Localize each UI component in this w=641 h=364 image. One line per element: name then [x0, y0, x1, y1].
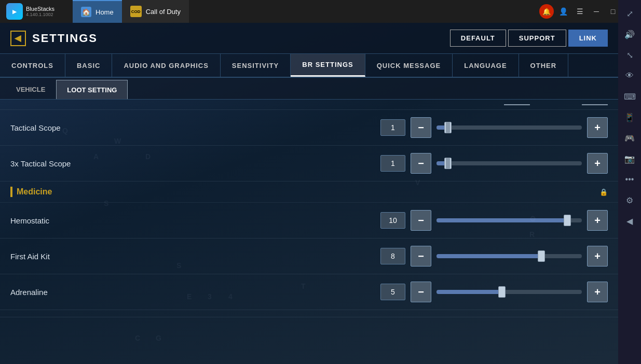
- adrenaline-controls: 5 − +: [380, 282, 608, 302]
- tab-other[interactable]: OTHER: [519, 54, 569, 77]
- tactical-scope-label: Tactical Scope: [10, 123, 166, 132]
- tactical-scope-row: Tactical Scope 1 − +: [0, 110, 618, 146]
- sidebar-back-icon[interactable]: ◀: [620, 212, 639, 230]
- sidebar-mobile-icon[interactable]: 📱: [620, 108, 639, 127]
- sidebar-sound-icon[interactable]: 🔊: [620, 25, 639, 44]
- hemostatic-minus[interactable]: −: [411, 210, 431, 231]
- first-aid-kit-minus[interactable]: −: [411, 246, 431, 267]
- tab-cod[interactable]: COD Call of Duty: [122, 0, 189, 23]
- medicine-section-title: Medicine: [17, 187, 52, 197]
- brand-text: BlueStacks 4.140.1.1002: [26, 6, 54, 17]
- tab-sensitivity[interactable]: SENSITIVITY: [221, 54, 291, 77]
- hemostatic-label: Hemostatic: [10, 216, 166, 225]
- tactical-scope-minus[interactable]: −: [411, 117, 431, 138]
- right-sidebar: ⤢ 🔊 ⤡ 👁 ⌨ 📱 🎮 📷 ••• ⚙ ◀: [618, 0, 641, 364]
- sidebar-camera-icon[interactable]: 📷: [620, 149, 639, 168]
- 3x-tactical-scope-plus[interactable]: +: [587, 153, 608, 174]
- menu-icon[interactable]: ☰: [572, 4, 587, 19]
- bluestacks-logo: ▶: [6, 3, 23, 20]
- first-aid-kit-slider[interactable]: [437, 254, 582, 258]
- adrenaline-value: 5: [380, 284, 405, 300]
- sidebar-more-icon[interactable]: •••: [620, 170, 639, 189]
- 3x-tactical-scope-row: 3x Tactical Scope 1 − +: [0, 146, 618, 181]
- 3x-tactical-scope-value: 1: [380, 155, 405, 172]
- hemostatic-plus[interactable]: +: [587, 210, 608, 231]
- first-aid-kit-label: First Aid Kit: [10, 252, 166, 261]
- sidebar-expand-icon[interactable]: ⤢: [620, 4, 639, 23]
- first-aid-kit-value: 8: [380, 248, 405, 264]
- section-bar: [10, 187, 12, 197]
- first-aid-kit-controls: 8 − +: [380, 246, 608, 267]
- settings-title-text: SETTINGS: [32, 32, 98, 45]
- tab-language[interactable]: LANGUAGE: [453, 54, 519, 77]
- tab-audio-graphics[interactable]: AUDIO AND GRAPHICS: [112, 54, 220, 77]
- link-button[interactable]: LINK: [568, 30, 608, 47]
- sidebar-fullscreen-icon[interactable]: ⤡: [620, 46, 639, 64]
- tab-basic[interactable]: BASIC: [65, 54, 112, 77]
- tactical-scope-controls: 1 − +: [380, 117, 608, 138]
- medicine-section-header: Medicine 🔒: [0, 181, 618, 203]
- adrenaline-slider[interactable]: [437, 290, 582, 294]
- home-icon: 🏠: [81, 7, 91, 17]
- adrenaline-plus[interactable]: +: [587, 282, 608, 302]
- adrenaline-minus[interactable]: −: [411, 282, 431, 302]
- tactical-scope-slider[interactable]: [437, 125, 582, 130]
- sub-tab-loot-setting[interactable]: LOOT SETTING: [56, 80, 128, 99]
- settings-header: ◀ SETTINGS DEFAULT SUPPORT LINK: [0, 23, 618, 54]
- title-bar: ▶ BlueStacks 4.140.1.1002 🏠 Home COD Cal…: [0, 0, 641, 23]
- support-button[interactable]: SUPPORT: [508, 30, 566, 47]
- sidebar-settings-icon[interactable]: ⚙: [620, 191, 639, 209]
- brand-name: BlueStacks: [26, 6, 54, 12]
- sub-tab-vehicle[interactable]: VEHICLE: [5, 80, 56, 99]
- tab-home[interactable]: 🏠 Home: [73, 0, 122, 23]
- minimize-button[interactable]: ─: [589, 4, 604, 19]
- 3x-tactical-scope-minus[interactable]: −: [411, 153, 431, 174]
- tab-quick-message[interactable]: QUICK MESSAGE: [365, 54, 453, 77]
- 3x-tactical-scope-label: 3x Tactical Scope: [10, 159, 166, 168]
- tab-cod-label: Call of Duty: [146, 8, 181, 16]
- tactical-scope-value: 1: [380, 119, 405, 136]
- hemostatic-row: Hemostatic 10 − +: [0, 203, 618, 239]
- sidebar-gamepad-icon[interactable]: 🎮: [620, 129, 639, 147]
- account-icon[interactable]: 👤: [556, 4, 570, 19]
- 3x-tactical-scope-controls: 1 − +: [380, 153, 608, 174]
- 3x-tactical-scope-slider[interactable]: [437, 161, 582, 165]
- tab-br-settings[interactable]: BR SETTINGS: [291, 54, 365, 77]
- first-aid-kit-plus[interactable]: +: [587, 246, 608, 267]
- brand-version: 4.140.1.1002: [26, 12, 54, 17]
- hemostatic-value: 10: [380, 212, 405, 229]
- adrenaline-label: Adrenaline: [10, 288, 166, 297]
- adrenaline-row: Adrenaline 5 − +: [0, 274, 618, 310]
- sidebar-keyboard-icon[interactable]: ⌨: [620, 87, 639, 106]
- medicine-lock-icon: 🔒: [599, 188, 608, 196]
- tactical-scope-plus[interactable]: +: [587, 117, 608, 138]
- tab-home-label: Home: [96, 8, 114, 16]
- sidebar-view-icon[interactable]: 👁: [620, 66, 639, 85]
- settings-body: Tactical Scope 1 − + 3x Tactical Scope 1…: [0, 100, 618, 364]
- hemostatic-slider[interactable]: [437, 218, 582, 222]
- brand-area: ▶ BlueStacks 4.140.1.1002: [0, 3, 73, 20]
- tab-controls[interactable]: CONTROLS: [0, 54, 65, 77]
- header-buttons: DEFAULT SUPPORT LINK: [450, 30, 608, 47]
- sub-tabs: VEHICLE LOOT SETTING: [0, 78, 618, 100]
- main-tabs: CONTROLS BASIC AUDIO AND GRAPHICS SENSIT…: [0, 54, 618, 78]
- main-content: ◀ SETTINGS DEFAULT SUPPORT LINK CONTROLS…: [0, 23, 618, 364]
- notification-bell[interactable]: 🔔: [539, 4, 554, 19]
- back-button[interactable]: ◀: [10, 31, 26, 46]
- settings-title-area: ◀ SETTINGS: [10, 31, 98, 46]
- hemostatic-controls: 10 − +: [380, 210, 608, 231]
- first-aid-kit-row: First Aid Kit 8 − +: [0, 239, 618, 274]
- default-button[interactable]: DEFAULT: [450, 30, 506, 47]
- cod-icon: COD: [130, 6, 142, 17]
